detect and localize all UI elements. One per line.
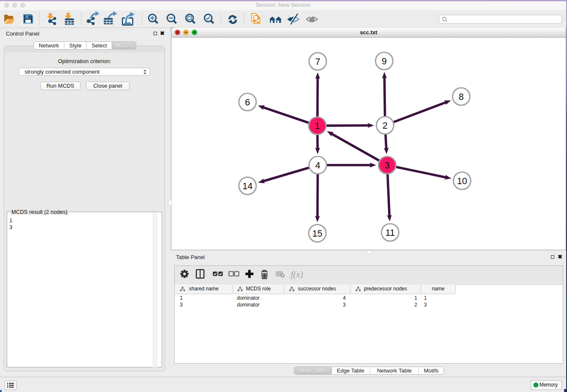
svg-text:3: 3	[385, 160, 390, 171]
svg-text:9: 9	[382, 56, 387, 66]
svg-text:14: 14	[242, 181, 253, 191]
svg-text:10: 10	[457, 176, 467, 186]
svg-text:7: 7	[315, 57, 320, 67]
svg-text:4: 4	[315, 160, 320, 171]
svg-text:8: 8	[459, 92, 464, 102]
svg-text:1: 1	[315, 121, 320, 131]
svg-text:f(x): f(x)	[291, 269, 303, 279]
svg-text:6: 6	[245, 97, 250, 108]
svg-text:11: 11	[385, 228, 395, 238]
svg-text:2: 2	[383, 121, 388, 131]
svg-text:15: 15	[312, 229, 322, 239]
